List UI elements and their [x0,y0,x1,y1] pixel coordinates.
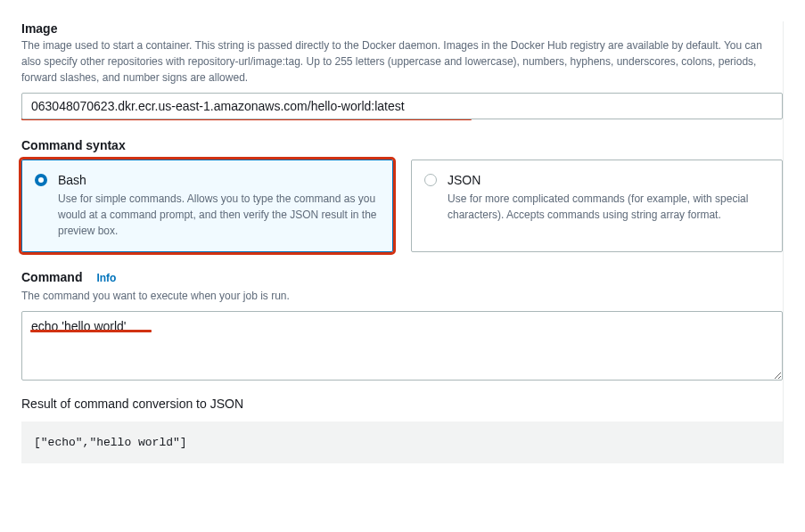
radio-description: Use for more complicated commands (for e… [448,191,769,223]
image-input[interactable] [21,93,783,119]
command-textarea[interactable] [21,311,783,381]
command-label: Command [21,270,82,284]
radio-title: JSON [448,173,769,187]
radio-title: Bash [58,173,380,187]
radio-description: Use for simple commands. Allows you to t… [58,191,380,239]
command-syntax-section: Command syntax Bash Use for simple comma… [21,138,783,252]
annotation-underline [30,330,152,332]
radio-card-json[interactable]: JSON Use for more complicated commands (… [411,160,783,252]
result-code: ["echo","hello world"] [21,422,783,463]
command-section: Command Info The command you want to exe… [21,270,783,388]
result-section: Result of command conversion to JSON ["e… [21,397,783,463]
image-description: The image used to start a container. Thi… [21,37,783,86]
command-syntax-radio-group: Bash Use for simple commands. Allows you… [21,160,783,252]
command-description: The command you want to execute when you… [21,288,783,304]
result-label: Result of command conversion to JSON [21,397,783,411]
command-syntax-label: Command syntax [21,138,783,152]
image-label: Image [21,21,783,36]
radio-icon [424,174,437,186]
info-link[interactable]: Info [96,272,116,284]
image-field-section: Image The image used to start a containe… [21,21,783,120]
radio-card-bash[interactable]: Bash Use for simple commands. Allows you… [21,160,393,252]
radio-icon [35,174,47,186]
